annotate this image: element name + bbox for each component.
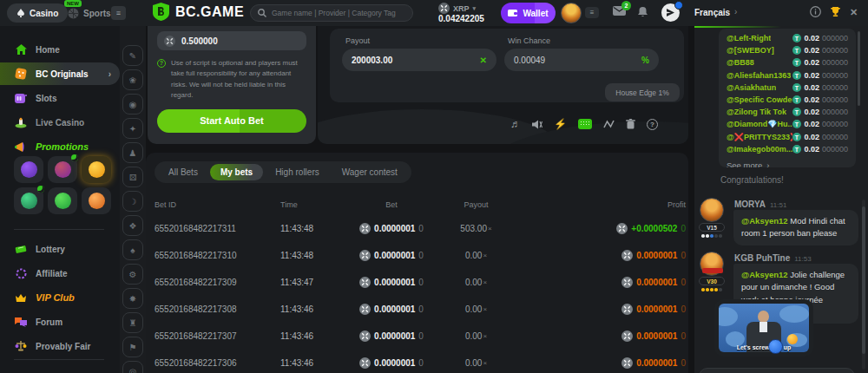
rocket-promo-icon[interactable] — [14, 187, 43, 214]
tab-wager-contest[interactable]: Wager contest — [332, 164, 408, 180]
casino-tab[interactable]: Casino — [7, 3, 68, 23]
winner-row[interactable]: @Imakegob00m... T0.02000000 — [719, 143, 856, 155]
winner-username[interactable]: @❌PRITTYS233❌ — [727, 133, 792, 141]
close-chat-icon[interactable]: ✕ — [850, 7, 858, 18]
sidebar-item-bc-originals[interactable]: BC Originals › — [0, 62, 120, 85]
piggy-bank-promo-icon[interactable] — [82, 156, 111, 183]
dart-spin-promo-icon[interactable] — [14, 156, 43, 183]
tab-my-bets[interactable]: My bets — [210, 164, 263, 180]
sidebar-item-promotions[interactable]: Promotions — [0, 135, 120, 158]
start-auto-bet-button[interactable]: Start Auto Bet — [157, 109, 306, 133]
winner-row[interactable]: @Left-Right T0.02000000 — [719, 32, 856, 44]
winner-row[interactable]: @Aliesfahan1363 T0.02000000 — [719, 69, 856, 82]
mention[interactable]: @Aksyen12 — [741, 270, 788, 279]
sidebar-item-forum[interactable]: Forum — [0, 311, 120, 333]
winner-row[interactable]: @BB88 T0.02000000 — [719, 56, 856, 69]
winner-username[interactable]: @Specific Cowden — [727, 95, 792, 104]
sidebar-item-provably-fair[interactable]: Provably Fair — [0, 335, 120, 357]
xrp-coin-icon — [359, 223, 371, 234]
chat-input[interactable] — [699, 368, 855, 373]
payout-input[interactable]: 200003.00 ✕ — [342, 49, 496, 71]
user-avatar[interactable] — [561, 3, 582, 23]
stats-trash-icon[interactable] — [626, 119, 635, 129]
mention[interactable]: @Aksyen12 — [741, 216, 788, 226]
cash-tag-promo-icon[interactable] — [48, 187, 77, 214]
table-row[interactable]: 65520168482217308 11:43:46 0.00000010 0.… — [155, 296, 686, 323]
game-dice-icon[interactable]: ⚄ — [122, 167, 143, 187]
congratulations-label: Congratulations! — [720, 175, 784, 185]
game-gem-icon[interactable]: ❖ — [122, 215, 143, 236]
winner-username[interactable]: @Aliesfahan1363 — [727, 71, 791, 80]
search-bar[interactable]: Game name | Provider | Category Tag — [250, 4, 413, 22]
winner-username[interactable]: @Asiakhatun — [727, 83, 776, 92]
winner-row[interactable]: @Diamond💎Hu... T0.02000000 — [719, 118, 856, 130]
hotkeys-icon[interactable] — [578, 119, 592, 129]
sidebar-item-affiliate[interactable]: Affiliate — [0, 262, 120, 285]
winner-username[interactable]: @[SWEBOY] — [727, 46, 774, 55]
game-spade-icon[interactable]: ♠ — [122, 239, 143, 260]
win-chance-input[interactable]: 0.00049 % — [504, 49, 659, 71]
table-row[interactable]: 65520168482217311 11:43:48 0.00000010 50… — [155, 215, 686, 242]
bet-amount: 0.00000010 — [348, 304, 435, 315]
table-row[interactable]: 65520168482217310 11:43:48 0.00000010 0.… — [155, 242, 686, 269]
image-caption: Let's screw this up — [719, 344, 809, 350]
winner-row[interactable]: @[SWEBOY] T0.02000000 — [719, 44, 856, 56]
coin-person-promo-icon[interactable] — [82, 187, 111, 214]
game-mines-icon[interactable]: ✦ — [122, 118, 143, 139]
chat-rules-button[interactable] — [810, 6, 821, 17]
winner-row[interactable]: @❌PRITTYS233❌ T0.02000000 — [719, 131, 856, 143]
game-plinko-icon[interactable]: ❀ — [122, 69, 143, 90]
table-row[interactable]: 65520168482217309 11:43:47 0.00000010 0.… — [155, 269, 686, 296]
lucky-wheel-promo-icon[interactable] — [48, 156, 77, 183]
sidebar-item-vip-club[interactable]: VIP Club — [0, 286, 120, 309]
see-more-link[interactable]: See more › — [719, 155, 856, 167]
game-flag-icon[interactable]: ⚑ — [122, 337, 143, 357]
bet-amount-input[interactable]: 0.500000 — [157, 31, 306, 50]
more-menu-button[interactable]: ≡ — [111, 6, 126, 20]
wallet-button[interactable]: Wallet — [501, 3, 556, 23]
notifications-button[interactable] — [637, 6, 648, 17]
profile-menu-button[interactable]: ≡ — [585, 7, 599, 18]
sidebar-item-lottery[interactable]: Lottery — [0, 238, 120, 260]
winner-username[interactable]: @Diamond💎Hu... — [727, 120, 792, 128]
language-selector[interactable]: Français — [694, 8, 730, 17]
game-moon-icon[interactable]: ☽ — [122, 191, 143, 212]
tab-high-rollers[interactable]: High rollers — [265, 164, 330, 180]
sound-toggle-icon[interactable] — [532, 120, 542, 129]
game-tower-icon[interactable]: ♜ — [122, 312, 143, 333]
chat-username[interactable]: MORYA11:51 — [734, 200, 786, 209]
winner-username[interactable]: @BB88 — [727, 58, 754, 67]
avatar[interactable] — [700, 252, 724, 276]
game-target-icon[interactable]: ◎ — [122, 361, 143, 373]
chat-scrollbar-thumb[interactable] — [862, 206, 865, 354]
sidebar-item-home[interactable]: Home — [0, 38, 120, 61]
game-gear-icon[interactable]: ⚙ — [122, 264, 143, 285]
chat-image-message[interactable]: Let's screw this up — [714, 299, 813, 357]
table-row[interactable]: 65520168482217307 11:43:46 0.00000010 0.… — [155, 323, 686, 350]
game-burst-icon[interactable]: ✸ — [122, 288, 143, 309]
rocket-promo-icon-art — [21, 193, 37, 209]
winner-row[interactable]: @Asiakhatun T0.02000000 — [719, 82, 856, 94]
balance-selector[interactable]: XRP ▾ 0.04242205 — [438, 3, 484, 23]
chat-username[interactable]: KGB PuhTine11:53 — [734, 253, 812, 263]
music-toggle-icon[interactable]: ♬ — [510, 118, 521, 130]
sidebar-item-live-casino[interactable]: Live Casino — [0, 111, 120, 134]
turbo-bolt-icon[interactable]: ⚡ — [554, 118, 567, 130]
winner-username[interactable]: @Zilong Tik Tok — [727, 108, 786, 116]
game-wheel-icon[interactable]: ◉ — [122, 94, 143, 115]
winner-row[interactable]: @Zilong Tik Tok T0.02000000 — [719, 106, 856, 118]
contest-button[interactable] — [830, 6, 841, 17]
game-rocket-icon[interactable]: ✎ — [122, 45, 143, 66]
tab-all-bets[interactable]: All Bets — [158, 164, 208, 180]
winner-username[interactable]: @Imakegob00m... — [727, 145, 792, 154]
winners-scrollbar[interactable] — [858, 31, 860, 106]
help-icon[interactable]: ? — [647, 119, 658, 130]
table-row[interactable]: 65520168482217306 11:43:46 0.00000010 0.… — [155, 350, 686, 373]
game-hat-icon[interactable]: ♟ — [122, 142, 143, 163]
avatar[interactable] — [700, 198, 724, 222]
sidebar-item-slots[interactable]: Slots — [0, 87, 120, 109]
bcgame-logo[interactable]: BC.GAME — [153, 3, 244, 21]
trends-icon[interactable] — [603, 120, 615, 128]
winner-row[interactable]: @Specific Cowden T0.02000000 — [719, 94, 856, 106]
winner-username[interactable]: @Left-Right — [727, 34, 771, 43]
